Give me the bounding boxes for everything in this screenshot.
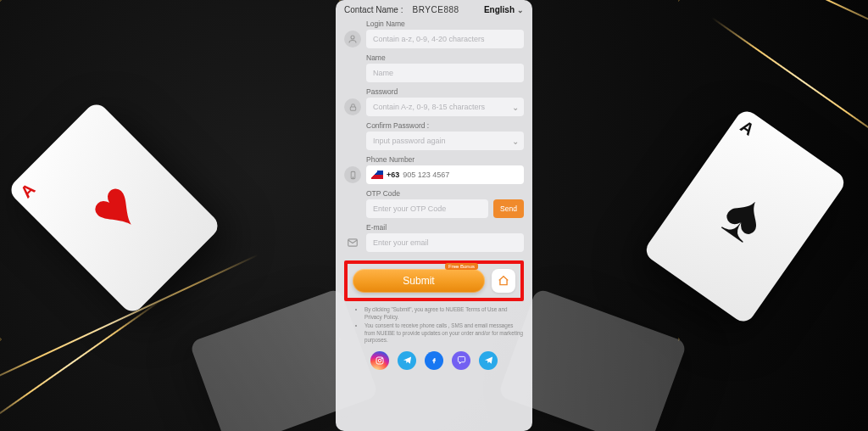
svg-rect-1: [350, 107, 355, 110]
mail-icon: [344, 234, 361, 251]
flag-ph-icon: [371, 171, 383, 179]
phone-icon: [344, 166, 361, 183]
email-label: E-mail: [366, 223, 524, 232]
user-icon: [344, 31, 361, 48]
send-otp-button[interactable]: Send: [493, 199, 524, 218]
otp-input[interactable]: [366, 199, 488, 218]
fineprint: By clicking "Submit", you agree to NUEBE…: [356, 306, 524, 344]
login-name-input[interactable]: [366, 30, 524, 48]
social-telegram[interactable]: [479, 351, 498, 370]
password-label: Password: [366, 87, 524, 96]
free-bonus-tag: Free Bonus: [445, 263, 478, 270]
submit-label: Submit: [403, 275, 434, 287]
field-phone: Phone Number +63: [344, 155, 524, 184]
name-input[interactable]: [366, 64, 524, 82]
social-telegram[interactable]: [398, 351, 416, 370]
playing-card-spades: A♠: [642, 107, 848, 326]
contact-value: BRYCE888: [413, 5, 459, 14]
language-selector[interactable]: English ⌄: [484, 5, 524, 14]
field-name: Name: [344, 53, 524, 82]
social-viber[interactable]: [452, 351, 470, 370]
panel-header: Contact Name : BRYCE888 English ⌄: [344, 5, 524, 14]
social-instagram[interactable]: [370, 351, 389, 370]
svg-point-0: [351, 36, 354, 39]
home-icon: [498, 275, 509, 287]
lock-icon: [344, 98, 361, 115]
eye-icon[interactable]: ⌄: [512, 103, 519, 112]
chevron-down-icon: ⌄: [517, 6, 524, 14]
field-password: Password ⌄: [344, 87, 524, 116]
confirm-password-input[interactable]: [366, 132, 524, 150]
phone-label: Phone Number: [366, 155, 524, 164]
eye-icon[interactable]: ⌄: [512, 137, 519, 146]
social-facebook[interactable]: [425, 351, 443, 370]
language-label: English: [484, 5, 515, 14]
social-row: [344, 351, 524, 370]
field-login-name: Login Name: [344, 20, 524, 48]
contact-name: Contact Name : BRYCE888: [344, 5, 459, 14]
submit-button[interactable]: Submit Free Bonus: [353, 269, 485, 293]
email-input[interactable]: [366, 233, 524, 252]
fineprint-line: By clicking "Submit", you agree to NUEBE…: [364, 306, 524, 321]
field-confirm-password: Confirm Password : ⌄: [344, 121, 524, 150]
svg-point-7: [381, 358, 382, 359]
name-label: Name: [366, 53, 524, 62]
registration-panel: Contact Name : BRYCE888 English ⌄ Login …: [336, 0, 532, 431]
home-button[interactable]: [492, 269, 515, 293]
contact-label: Contact Name :: [344, 5, 403, 14]
password-input[interactable]: [366, 98, 524, 116]
dial-code: +63: [387, 171, 399, 179]
field-otp: OTP Code Send: [344, 189, 524, 218]
login-name-label: Login Name: [366, 20, 524, 28]
phone-row: +63: [366, 165, 524, 184]
background-scene: A♥ A♠ Contact Name : BRYCE888 English ⌄ …: [0, 0, 868, 431]
otp-label: OTP Code: [366, 189, 524, 198]
submit-highlight-box: Submit Free Bonus: [344, 260, 524, 301]
phone-input[interactable]: [403, 165, 519, 184]
decoration-gold-line: [609, 0, 868, 36]
confirm-password-label: Confirm Password :: [366, 121, 524, 130]
svg-point-3: [353, 176, 353, 177]
svg-point-6: [378, 359, 381, 362]
playing-card-hearts: A♥: [7, 100, 223, 316]
fineprint-line: You consent to receive phone calls , SMS…: [364, 322, 524, 344]
field-email: E-mail: [344, 223, 524, 252]
